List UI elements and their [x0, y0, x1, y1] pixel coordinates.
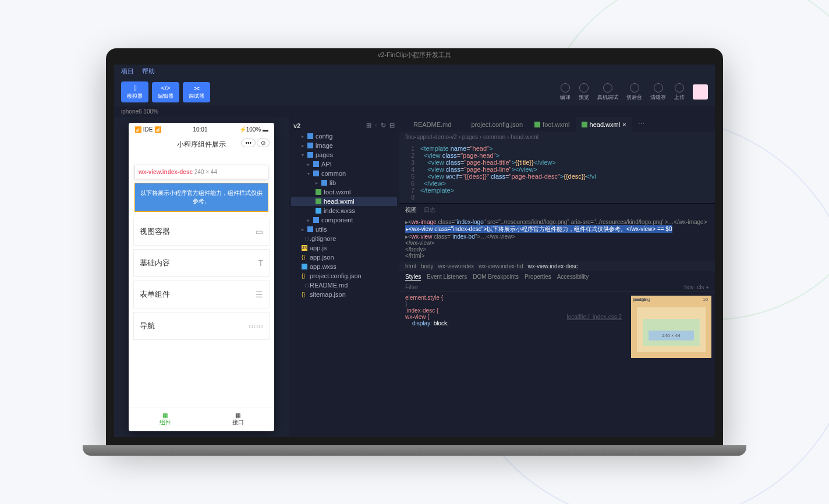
editor-tab[interactable]: README.md [399, 117, 457, 132]
tree-node[interactable]: ▸ image [291, 141, 397, 150]
editor-panel: README.mdproject.config.jsonfoot.wxmlhea… [399, 117, 715, 437]
tree-node[interactable]: ▸ lib [291, 178, 397, 187]
device-info: iphone6 100% [114, 106, 715, 117]
highlighted-element[interactable]: 以下将展示小程序官方组件能力，组件样式仅供参考。 [134, 183, 268, 212]
project-root[interactable]: v2 [293, 122, 300, 129]
tab-more[interactable]: ⋯ [632, 117, 650, 132]
phone-list-item[interactable]: 视图容器▭ [133, 218, 270, 246]
mode-editor[interactable]: </>编辑器 [152, 82, 179, 102]
tb-cache[interactable]: 清缓存 [650, 83, 666, 101]
style-tab[interactable]: DOM Breakpoints [473, 274, 519, 281]
tb-remote[interactable]: 真机调试 [597, 83, 618, 101]
mode-simulator[interactable]: ▯模拟器 [121, 81, 148, 102]
tb-compile[interactable]: 编译 [560, 83, 571, 101]
style-filter[interactable]: Filter [405, 284, 418, 290]
phone-tab[interactable]: ▦接口 [201, 407, 274, 431]
tb-upload[interactable]: 上传 [674, 83, 685, 101]
devtools-panel: 视图日志 ▸<wx-image class="index-logo" src="… [399, 203, 715, 437]
tree-node[interactable]: ▸ utils [291, 225, 397, 234]
tree-node[interactable]: foot.wxml [291, 187, 397, 197]
phone-tab[interactable]: ▦组件 [129, 407, 201, 431]
tree-node[interactable]: ▸ config [291, 132, 397, 141]
toolbar: ▯模拟器 </>编辑器 ⫘调试器 编译 预览 真机调试 切后台 清缓存 上传 [114, 78, 715, 106]
tree-node[interactable]: index.wxss [291, 206, 397, 215]
user-avatar[interactable] [693, 84, 708, 100]
style-tab[interactable]: Styles [405, 274, 421, 281]
styles-pane[interactable]: element.style {}.index-desc {</span></di… [399, 292, 628, 437]
tree-node[interactable]: ▾ pages [291, 150, 397, 159]
phone-frame: 📶 IDE 📶10:01⚡100% ▬ 小程序组件展示•••⊙ wx-view.… [129, 123, 274, 431]
devtab-view[interactable]: 视图 [405, 206, 417, 214]
mode-debugger[interactable]: ⫘调试器 [183, 82, 210, 102]
phone-list-item[interactable]: 基础内容T [133, 249, 270, 277]
dom-breadcrumb[interactable]: htmlbodywx-view.indexwx-view.index-hdwx-… [399, 261, 715, 271]
tree-node[interactable]: {} project.config.json [291, 271, 397, 281]
tree-node[interactable]: 〈〉 README.md [291, 281, 397, 290]
laptop-frame: v2-FinClip小程序开发工具 项目 帮助 ▯模拟器 </>编辑器 ⫘调试器… [106, 48, 723, 456]
phone-list-item[interactable]: 导航○○○ [133, 312, 270, 340]
tree-node[interactable]: 〈〉 .gitignore [291, 234, 397, 243]
style-tab[interactable]: Properties [525, 274, 551, 281]
new-folder-icon[interactable]: ▫ [375, 122, 377, 129]
tb-preview[interactable]: 预览 [579, 83, 589, 101]
box-model: margin10 border- padding- 240 × 44 [628, 292, 715, 437]
menu-help[interactable]: 帮助 [142, 67, 155, 76]
tree-node[interactable]: ▾ common [291, 169, 397, 178]
laptop-base [83, 445, 746, 456]
tree-node[interactable]: {} app.json [291, 253, 397, 262]
tree-node[interactable]: ▸ component [291, 215, 397, 225]
editor-tab[interactable]: project.config.json [457, 117, 529, 132]
simulator-panel: 📶 IDE 📶10:01⚡100% ▬ 小程序组件展示•••⊙ wx-view.… [114, 117, 289, 437]
menu-bar: 项目 帮助 [114, 65, 715, 78]
tree-node[interactable]: ▸ API [291, 159, 397, 169]
tb-background[interactable]: 切后台 [626, 83, 642, 101]
tree-node[interactable]: head.wxml [291, 197, 397, 206]
refresh-icon[interactable]: ↻ [381, 122, 386, 129]
dom-tree[interactable]: ▸<wx-image class="index-logo" src="../re… [399, 216, 715, 261]
new-file-icon[interactable]: ⊞ [366, 122, 371, 129]
devtab-log[interactable]: 日志 [424, 206, 435, 214]
menu-project[interactable]: 项目 [121, 67, 134, 76]
collapse-icon[interactable]: ⊟ [389, 122, 395, 129]
file-explorer: v2⊞▫↻⊟ ▸ config▸ image▾ pages▸ API▾ comm… [289, 117, 399, 437]
capsule-close[interactable]: ⊙ [257, 139, 270, 147]
style-tab[interactable]: Event Listeners [427, 274, 467, 281]
style-tab[interactable]: Accessibility [557, 274, 589, 281]
editor-tab[interactable]: head.wxml × [576, 117, 632, 132]
tree-node[interactable]: {} sitemap.json [291, 290, 397, 299]
tree-node[interactable]: app.wxss [291, 262, 397, 271]
ide-screen: v2-FinClip小程序开发工具 项目 帮助 ▯模拟器 </>编辑器 ⫘调试器… [114, 65, 715, 437]
editor-tab[interactable]: foot.wxml [529, 117, 575, 132]
capsule-menu[interactable]: ••• [241, 139, 256, 147]
code-editor[interactable]: 1<template name="head">2 <view class="pa… [399, 143, 715, 203]
inspect-tooltip: wx-view.index-desc 240 × 44 [134, 165, 268, 179]
window-title: v2-FinClip小程序开发工具 [378, 51, 452, 59]
breadcrumb[interactable]: fino-applet-demo-v2 › pages › common › h… [399, 132, 715, 143]
tree-node[interactable]: JS app.js [291, 243, 397, 253]
app-title: 小程序组件展示 [177, 140, 226, 148]
phone-list-item[interactable]: 表单组件☰ [133, 281, 270, 308]
